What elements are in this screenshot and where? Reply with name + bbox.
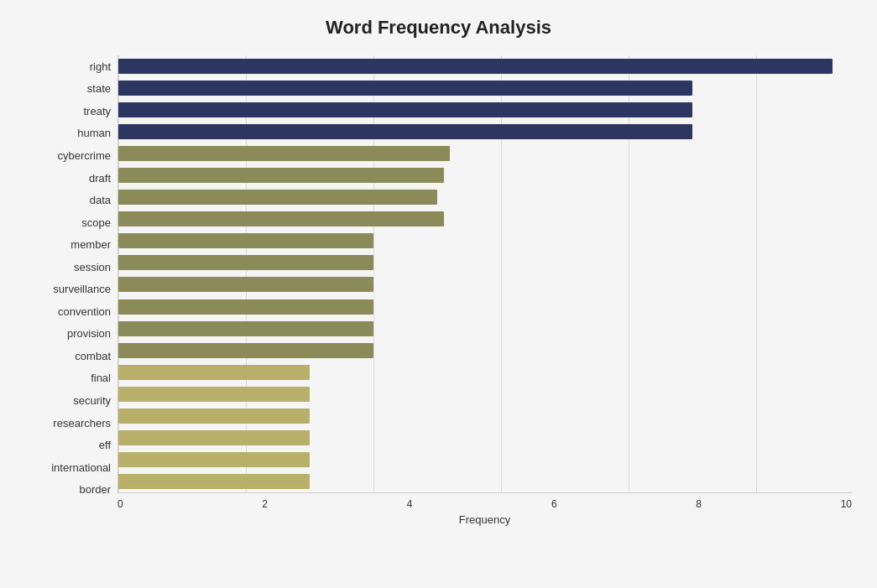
- bar-row: [118, 341, 852, 360]
- chart-container: Word Frequency Analysis rightstatetreaty…: [0, 0, 877, 588]
- bar-row: [118, 363, 852, 382]
- bar-row: [118, 275, 852, 294]
- bar: [118, 408, 310, 424]
- y-label: security: [73, 391, 111, 409]
- bars-wrapper: [117, 55, 852, 492]
- bar-row: [118, 253, 852, 272]
- bar-row: [118, 101, 852, 119]
- bar: [118, 168, 444, 183]
- bar: [118, 299, 373, 315]
- y-label: treaty: [83, 101, 111, 120]
- x-tick: 8: [696, 498, 702, 510]
- bar: [118, 387, 310, 402]
- bar: [118, 321, 373, 336]
- bar: [118, 81, 692, 96]
- bar-row: [118, 450, 852, 469]
- bar-row: [118, 298, 852, 316]
- y-label: scope: [81, 213, 111, 232]
- y-label: researchers: [53, 414, 111, 432]
- x-tick: 10: [841, 498, 852, 510]
- y-label: international: [51, 458, 111, 476]
- x-tick: 6: [551, 498, 557, 510]
- grid-line: [629, 55, 629, 492]
- bar-row: [118, 385, 852, 403]
- bar-row: [118, 57, 852, 75]
- y-label: state: [87, 80, 111, 98]
- x-axis-label: Frequency: [117, 513, 852, 526]
- bar-row: [118, 122, 852, 141]
- y-label: convention: [58, 302, 111, 320]
- bar-row: [118, 210, 852, 228]
- y-label: provision: [67, 325, 111, 343]
- grid-line: [373, 55, 374, 492]
- bar: [118, 233, 373, 248]
- chart-title: Word Frequency Analysis: [25, 17, 852, 39]
- bar-row: [118, 144, 852, 163]
- y-label: member: [70, 236, 111, 254]
- bar: [118, 59, 833, 74]
- y-label: right: [90, 57, 111, 75]
- bar-row: [118, 407, 852, 425]
- grid-line: [756, 55, 757, 492]
- bar: [118, 146, 450, 161]
- y-label: eff: [99, 436, 111, 455]
- grid-line: [118, 55, 119, 492]
- x-tick: 2: [262, 498, 268, 510]
- grid-line: [501, 55, 502, 492]
- bar-row: [118, 232, 852, 250]
- bar: [118, 430, 310, 445]
- bar: [118, 474, 310, 489]
- bar: [118, 124, 692, 139]
- bar: [118, 343, 373, 358]
- y-label: draft: [89, 169, 111, 187]
- grid-line: [246, 55, 247, 492]
- y-label: data: [90, 191, 111, 210]
- y-label: session: [74, 258, 111, 276]
- bar: [118, 452, 310, 467]
- y-label: human: [77, 124, 111, 143]
- bar: [118, 102, 692, 117]
- y-label: combat: [75, 346, 111, 365]
- bar: [118, 365, 310, 380]
- bar-row: [118, 320, 852, 338]
- bar: [118, 190, 437, 205]
- y-label: border: [79, 481, 111, 499]
- bar: [118, 277, 373, 292]
- bar-row: [118, 166, 852, 185]
- bar-row: [118, 472, 852, 491]
- bar-row: [118, 79, 852, 97]
- bar-row: [118, 188, 852, 206]
- chart-area: rightstatetreatyhumancybercrimedraftdata…: [25, 55, 852, 526]
- bar: [118, 211, 444, 226]
- x-tick: 4: [407, 498, 413, 510]
- x-tick: 0: [117, 498, 123, 510]
- x-axis: 0246810: [117, 492, 852, 510]
- plot-area: 0246810 Frequency: [117, 55, 852, 526]
- bar: [118, 255, 373, 270]
- bar-row: [118, 429, 852, 447]
- y-axis: rightstatetreatyhumancybercrimedraftdata…: [25, 55, 117, 526]
- y-label: cybercrime: [57, 146, 111, 164]
- y-label: final: [91, 369, 111, 388]
- y-label: surveillance: [53, 280, 111, 299]
